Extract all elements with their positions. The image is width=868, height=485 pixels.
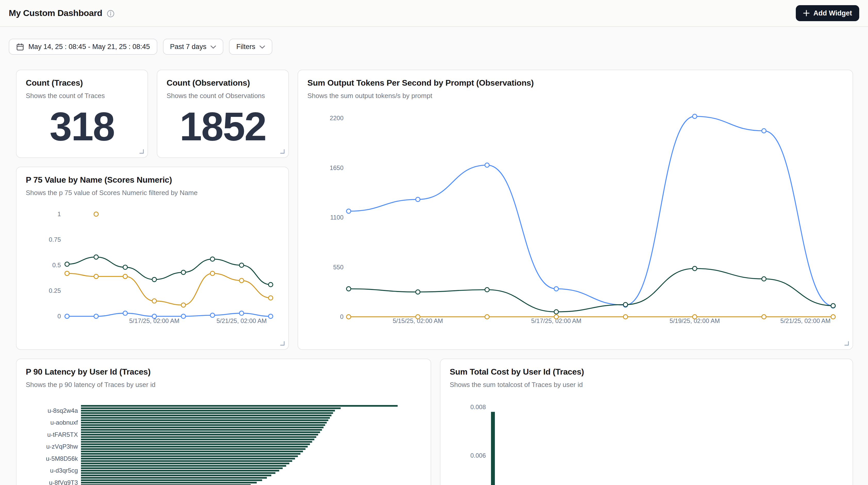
svg-text:0.25: 0.25 — [49, 287, 61, 294]
widget-subtitle: Shows the sum totalcost of Traces by use… — [450, 381, 843, 389]
widget-title: Sum Output Tokens Per Second by Prompt (… — [307, 79, 843, 88]
svg-text:u-8sq2w4a: u-8sq2w4a — [48, 407, 78, 414]
date-preset-label: Past 7 days — [170, 43, 206, 51]
widgets-left-column: Count (Traces) Shows the count of Traces… — [16, 70, 289, 350]
svg-text:1650: 1650 — [330, 164, 343, 171]
widget-subtitle: Shows the p 90 latency of Traces by user… — [26, 381, 422, 389]
svg-text:0: 0 — [58, 313, 61, 320]
info-icon[interactable] — [107, 10, 115, 18]
svg-text:2200: 2200 — [330, 115, 343, 122]
filters-label: Filters — [236, 43, 255, 51]
svg-text:u-8fVq9T3: u-8fVq9T3 — [49, 479, 78, 485]
header: My Custom Dashboard Add Widget — [0, 0, 868, 27]
widget-count-traces: Count (Traces) Shows the count of Traces… — [16, 70, 148, 158]
resize-handle-icon[interactable] — [280, 341, 285, 346]
resize-handle-icon[interactable] — [139, 149, 144, 154]
tokens-line-chart[interactable]: 05501100165022005/15/25, 02:00 AM5/17/25… — [298, 70, 852, 349]
svg-text:u-zVqP3hw: u-zVqP3hw — [46, 443, 78, 450]
svg-text:550: 550 — [333, 264, 343, 271]
svg-text:1: 1 — [58, 211, 61, 217]
widgets-grid: Count (Traces) Shows the count of Traces… — [16, 70, 853, 485]
svg-text:u-5M8D56k: u-5M8D56k — [46, 455, 78, 462]
metric-value: 318 — [50, 106, 114, 147]
svg-text:1100: 1100 — [330, 214, 343, 221]
svg-text:5/21/25, 02:00 AM: 5/21/25, 02:00 AM — [780, 317, 831, 324]
resize-handle-icon[interactable] — [844, 341, 849, 346]
date-range-label: May 14, 25 : 08:45 - May 21, 25 : 08:45 — [28, 43, 150, 51]
svg-text:0.5: 0.5 — [52, 262, 61, 269]
widget-title: Count (Observations) — [166, 79, 279, 88]
widget-total-cost: 0.0080.006 Sum Total Cost by User Id (Tr… — [440, 359, 853, 485]
calendar-icon — [16, 42, 24, 51]
svg-text:0.75: 0.75 — [49, 236, 61, 243]
widget-subtitle: Shows the p 75 value of Scores Numeric f… — [26, 189, 279, 196]
metric-wrap: 1852 — [157, 99, 288, 157]
widget-title: P 75 Value by Name (Scores Numeric) — [26, 175, 279, 185]
svg-text:u-d3qr5cg: u-d3qr5cg — [50, 467, 78, 474]
svg-text:0.006: 0.006 — [470, 452, 486, 459]
widget-title: P 90 Latency by User Id (Traces) — [26, 367, 422, 377]
svg-text:u-tFAR5TX: u-tFAR5TX — [47, 431, 78, 438]
widget-output-tokens: 05501100165022005/15/25, 02:00 AM5/17/25… — [298, 70, 853, 350]
widget-title: Sum Total Cost by User Id (Traces) — [450, 367, 843, 377]
date-preset-dropdown[interactable]: Past 7 days — [163, 39, 223, 55]
plus-icon — [803, 10, 810, 17]
widget-subtitle: Shows the sum output tokens/s by prompt — [307, 92, 843, 99]
widget-subtitle: Shows the count of Observations — [166, 92, 279, 99]
svg-text:0.008: 0.008 — [470, 403, 486, 411]
widget-subtitle: Shows the count of Traces — [26, 92, 138, 99]
toolbar: May 14, 25 : 08:45 - May 21, 25 : 08:45 … — [9, 39, 859, 55]
widgets-row-1: Count (Traces) Shows the count of Traces… — [16, 70, 853, 350]
title-wrap: My Custom Dashboard — [9, 8, 115, 18]
widget-p75-scores: 00.250.50.7515/17/25, 02:00 AM5/21/25, 0… — [16, 166, 289, 350]
dashboard-page: My Custom Dashboard Add Widget — [0, 0, 868, 485]
filters-dropdown[interactable]: Filters — [229, 39, 272, 55]
metric-wrap: 318 — [17, 99, 148, 157]
chevron-down-icon — [259, 46, 265, 49]
page-title: My Custom Dashboard — [9, 8, 102, 18]
widget-p90-latency: u-8sq2w4au-aobnuxfu-tFAR5TXu-zVqP3hwu-5M… — [16, 359, 431, 485]
add-widget-button[interactable]: Add Widget — [796, 5, 859, 21]
svg-text:5/21/25, 02:00 AM: 5/21/25, 02:00 AM — [216, 317, 267, 324]
widget-title: Count (Traces) — [26, 79, 138, 88]
chevron-down-icon — [210, 46, 216, 49]
widget-count-observations: Count (Observations) Shows the count of … — [157, 70, 289, 158]
widgets-row-2: u-8sq2w4au-aobnuxfu-tFAR5TXu-zVqP3hwu-5M… — [16, 359, 853, 485]
date-range-button[interactable]: May 14, 25 : 08:45 - May 21, 25 : 08:45 — [9, 39, 157, 55]
svg-text:u-aobnuxf: u-aobnuxf — [50, 419, 78, 426]
svg-text:0: 0 — [340, 313, 343, 320]
resize-handle-icon[interactable] — [280, 149, 285, 154]
metric-value: 1852 — [180, 106, 266, 147]
count-cards-row: Count (Traces) Shows the count of Traces… — [16, 70, 289, 158]
add-widget-label: Add Widget — [813, 9, 852, 17]
